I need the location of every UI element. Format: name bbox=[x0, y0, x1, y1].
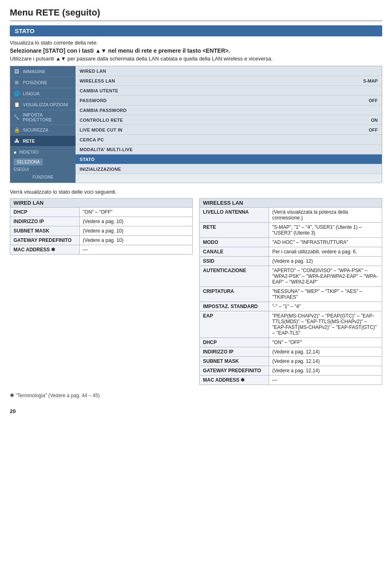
stato-header: STATO bbox=[10, 25, 382, 36]
wired-indirizzo-value: (Vedere a pag. 10) bbox=[79, 217, 192, 226]
wireless-modo-label: MODO bbox=[200, 238, 269, 247]
wired-indirizzo-label: INDIRIZZO IP bbox=[10, 217, 80, 226]
sidebar-item-lingua[interactable]: 🌐 LINGUA bbox=[10, 88, 76, 99]
table-row: MAC ADDRESS ✱ — bbox=[200, 376, 382, 385]
imposta-proiettore-icon: 🔧 bbox=[13, 114, 20, 121]
menu-row-wired-lan[interactable]: WIRED LAN bbox=[76, 66, 382, 76]
table-row: CRIPTATURA "NESSUNA" – "WEP" – "TKIP" – … bbox=[200, 287, 382, 302]
menu-row-password[interactable]: PASSWORD OFF bbox=[76, 96, 382, 105]
menu-row-cerca-pc[interactable]: CERCA PC bbox=[76, 135, 382, 145]
wired-gateway-label: GATEWAY PREDEFINITO bbox=[10, 236, 80, 245]
wireless-impostaz-value: "-" – "1" – "4" bbox=[269, 302, 382, 311]
wireless-modo-value: "AD HOC" – "INFRASTRUTTURA" bbox=[269, 238, 382, 247]
intro-text-3: Utilizzare i pulsanti ▲▼ per passare dal… bbox=[10, 56, 382, 62]
menu-content: WIRED LAN WIRELESS LAN S-MAP CAMBIA UTEN… bbox=[76, 66, 382, 183]
table-row: CANALE Per i canali utilizzabili, vedere… bbox=[200, 247, 382, 257]
wireless-gateway-label: GATEWAY PREDEFINITO bbox=[200, 366, 269, 376]
wired-lan-table: DHCP "ON" – "OFF" INDIRIZZO IP (Vedere a… bbox=[10, 207, 193, 255]
menu-row-controllo-rete[interactable]: CONTROLLO RETE ON bbox=[76, 115, 382, 125]
menu-row-cambia-password[interactable]: CAMBIA PASSWORD bbox=[76, 105, 382, 115]
wireless-canale-value: Per i canali utilizzabili, vedere a pag.… bbox=[269, 247, 382, 257]
sidebar-item-visualizza-opzioni[interactable]: 📋 VISUALIZZA OPZIONI bbox=[10, 99, 76, 110]
wireless-ssid-label: SSID bbox=[200, 257, 269, 266]
wireless-lan-title: WIRELESS LAN bbox=[199, 198, 382, 207]
lingua-icon: 🌐 bbox=[13, 90, 20, 97]
table-row: EAP "PEAP(MS-CHAPv2)" – "PEAP(GTC)" – "E… bbox=[200, 311, 382, 338]
wireless-eap-value: "PEAP(MS-CHAPv2)" – "PEAP(GTC)" – "EAP-T… bbox=[269, 311, 382, 338]
wired-lan-section: WIRED LAN DHCP "ON" – "OFF" INDIRIZZO IP… bbox=[10, 198, 193, 385]
wired-dhcp-value: "ON" – "OFF" bbox=[79, 208, 192, 217]
seleziona-button[interactable]: SELEZIONA bbox=[13, 159, 43, 165]
menu-row-inizializzazione[interactable]: INIZIALIZZAZIONE bbox=[76, 164, 382, 174]
wireless-indirizzo-value: (Vedere a pag. 12,14) bbox=[269, 347, 382, 357]
wired-dhcp-label: DHCP bbox=[10, 208, 80, 217]
wireless-lan-table: LIVELLO ANTENNA (Verrà visualizzata la p… bbox=[199, 207, 382, 385]
wireless-rete-label: RETE bbox=[200, 223, 269, 238]
wireless-canale-label: CANALE bbox=[200, 247, 269, 257]
wired-mac-label: MAC ADDRESS ✱ bbox=[10, 245, 80, 255]
wireless-subnet-label: SUBNET MASK bbox=[200, 357, 269, 366]
intro-text-2: Selezionare [STATO] con i tasti ▲▼ nel m… bbox=[10, 47, 382, 54]
wireless-rete-value: "S-MAP", "1" – "4", "USER1" (Utente 1) –… bbox=[269, 223, 382, 238]
table-row: INDIRIZZO IP (Vedere a pag. 12,14) bbox=[200, 347, 382, 357]
wired-gateway-value: (Vedere a pag. 10) bbox=[79, 236, 192, 245]
visualizzato-text: Verrà visualizzato lo stato delle voci s… bbox=[10, 189, 382, 195]
table-row: GATEWAY PREDEFINITO (Vedere a pag. 12,14… bbox=[200, 366, 382, 376]
page-title: Menu RETE (seguito) bbox=[10, 7, 382, 21]
wireless-livello-value: (Verrà visualizzata la potenza della con… bbox=[269, 208, 382, 223]
nav-indietro-row: ● INDIETRO bbox=[13, 149, 72, 155]
menu-row-wireless-lan[interactable]: WIRELESS LAN S-MAP bbox=[76, 76, 382, 86]
sicurezza-icon: 🔒 bbox=[13, 127, 20, 133]
wired-mac-value: — bbox=[79, 245, 192, 255]
sidebar-item-posizione[interactable]: ⊞ POSIZIONE bbox=[10, 77, 76, 88]
page-number: 20 bbox=[10, 408, 382, 414]
immagine-icon: 🖼 bbox=[13, 68, 20, 75]
nav-seleziona-row: SELEZIONA bbox=[13, 157, 72, 165]
footnote-text: "Terminologia" (Vedere a pag. 44 – 45) bbox=[16, 393, 100, 398]
wireless-impostaz-label: IMPOSTAZ. STANDARD bbox=[200, 302, 269, 311]
sidebar-nav: ● INDIETRO SELEZIONA ESEGUI FUNZIONE bbox=[10, 147, 76, 183]
funzione-label: FUNZIONE bbox=[13, 173, 72, 180]
rete-icon: 🖧 bbox=[13, 138, 20, 144]
menu-row-live-mode-cut-in[interactable]: LIVE MODE CUT IN OFF bbox=[76, 125, 382, 135]
wireless-mac-value: — bbox=[269, 376, 382, 385]
table-row: MODO "AD HOC" – "INFRASTRUTTURA" bbox=[200, 238, 382, 247]
wireless-autenticazione-label: AUTENTICAZIONE bbox=[200, 266, 269, 287]
wireless-autenticazione-value: "APERTO" – "CONDIVISO" – "WPA-PSK" – "WP… bbox=[269, 266, 382, 287]
table-row: SUBNET MASK (Vedere a pag. 10) bbox=[10, 226, 193, 236]
sidebar-item-rete[interactable]: 🖧 RETE bbox=[10, 136, 76, 147]
wireless-dhcp-label: DHCP bbox=[200, 338, 269, 347]
table-row: SSID (Vedere a pag. 12) bbox=[200, 257, 382, 266]
wired-subnet-label: SUBNET MASK bbox=[10, 226, 80, 236]
wired-lan-title: WIRED LAN bbox=[10, 198, 193, 207]
wireless-gateway-value: (Vedere a pag. 12,14) bbox=[269, 366, 382, 376]
tables-area: WIRED LAN DHCP "ON" – "OFF" INDIRIZZO IP… bbox=[10, 198, 382, 385]
wireless-mac-label: MAC ADDRESS ✱ bbox=[200, 376, 269, 385]
sidebar-item-imposta-proiettore[interactable]: 🔧 IMPOSTA PROIETTORE bbox=[10, 110, 76, 125]
footnote-star: ✱ bbox=[10, 392, 14, 398]
menu-sidebar: 🖼 IMMAGINE ⊞ POSIZIONE 🌐 LINGUA 📋 VISUAL… bbox=[10, 66, 76, 183]
table-row: RETE "S-MAP", "1" – "4", "USER1" (Utente… bbox=[200, 223, 382, 238]
menu-row-cambia-utente[interactable]: CAMBIA UTENTE bbox=[76, 86, 382, 96]
wireless-criptatura-value: "NESSUNA" – "WEP" – "TKIP" – "AES" – "TK… bbox=[269, 287, 382, 302]
sidebar-item-immagine[interactable]: 🖼 IMMAGINE bbox=[10, 66, 76, 77]
sidebar-item-sicurezza[interactable]: 🔒 SICUREZZA bbox=[10, 125, 76, 136]
menu-row-stato[interactable]: STATO bbox=[76, 154, 382, 164]
intro-text-1: Visualizza lo stato corrente della rete. bbox=[10, 40, 382, 46]
table-row: DHCP "ON" – "OFF" bbox=[200, 338, 382, 347]
wireless-criptatura-label: CRIPTATURA bbox=[200, 287, 269, 302]
menu-area: 🖼 IMMAGINE ⊞ POSIZIONE 🌐 LINGUA 📋 VISUAL… bbox=[10, 66, 382, 183]
wireless-dhcp-value: "ON" – "OFF" bbox=[269, 338, 382, 347]
wireless-subnet-value: (Vedere a pag. 12,14) bbox=[269, 357, 382, 366]
table-row: GATEWAY PREDEFINITO (Vedere a pag. 10) bbox=[10, 236, 193, 245]
menu-row-modalita-multi-live[interactable]: MODALITA' MULTI-LIVE bbox=[76, 145, 382, 154]
wireless-lan-section: WIRELESS LAN LIVELLO ANTENNA (Verrà visu… bbox=[199, 198, 382, 385]
footnote: ✱ "Terminologia" (Vedere a pag. 44 – 45) bbox=[10, 392, 382, 398]
table-row: MAC ADDRESS ✱ — bbox=[10, 245, 193, 255]
wired-subnet-value: (Vedere a pag. 10) bbox=[79, 226, 192, 236]
table-row: INDIRIZZO IP (Vedere a pag. 10) bbox=[10, 217, 193, 226]
posizione-icon: ⊞ bbox=[13, 79, 20, 86]
wireless-indirizzo-label: INDIRIZZO IP bbox=[200, 347, 269, 357]
nav-esegui-row: ESEGUI bbox=[13, 167, 72, 172]
table-row: IMPOSTAZ. STANDARD "-" – "1" – "4" bbox=[200, 302, 382, 311]
